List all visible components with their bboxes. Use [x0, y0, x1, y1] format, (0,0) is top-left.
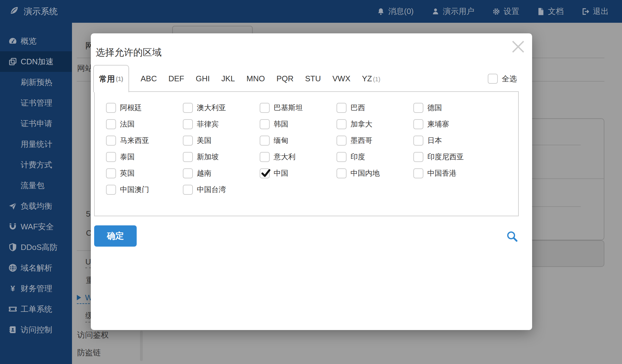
checkbox[interactable] — [337, 136, 347, 146]
checkbox[interactable] — [413, 168, 423, 178]
checkbox[interactable] — [337, 103, 347, 113]
checkbox[interactable] — [337, 168, 347, 178]
close-icon[interactable] — [509, 38, 527, 56]
sidebar-item-CDN加速[interactable]: CDN加速 — [0, 51, 72, 72]
region-item-韩国[interactable]: 韩国 — [260, 116, 337, 132]
checkbox[interactable] — [260, 136, 270, 146]
confirm-button[interactable]: 确定 — [94, 225, 137, 247]
region-item-中国台湾[interactable]: 中国台湾 — [183, 181, 260, 198]
sidebar-item-财务管理[interactable]: ¥财务管理 — [0, 278, 72, 299]
yen-icon: ¥ — [8, 284, 18, 293]
region-item-越南[interactable]: 越南 — [183, 165, 260, 181]
region-item-墨西哥[interactable]: 墨西哥 — [337, 132, 413, 149]
checkbox[interactable] — [106, 168, 116, 178]
sidebar-item-概览[interactable]: 概览 — [0, 31, 72, 51]
checkbox[interactable] — [106, 103, 116, 113]
sidebar-item-域名解析[interactable]: 域名解析 — [0, 258, 72, 278]
tab-ABC[interactable]: ABC — [141, 74, 157, 83]
checkbox[interactable] — [106, 152, 116, 162]
region-item-阿根廷[interactable]: 阿根廷 — [106, 99, 183, 116]
select-all-toggle[interactable]: 全选 — [488, 65, 517, 92]
sidebar-item-访问控制[interactable]: 访问控制 — [0, 319, 72, 340]
sidebar-item-label: 证书管理 — [21, 98, 52, 108]
region-item-马来西亚[interactable]: 马来西亚 — [106, 132, 183, 149]
navbar-item-1[interactable]: 演示用户 — [431, 6, 474, 17]
bell-icon — [377, 7, 385, 16]
checkbox[interactable] — [106, 185, 116, 195]
checkbox[interactable] — [413, 119, 423, 129]
region-item-印度[interactable]: 印度 — [337, 149, 413, 165]
region-item-加拿大[interactable]: 加拿大 — [337, 116, 413, 132]
checkbox[interactable] — [413, 136, 423, 146]
sidebar-item-用量统计[interactable]: 用量统计 — [0, 134, 72, 154]
region-item-法国[interactable]: 法国 — [106, 116, 183, 132]
checkbox[interactable] — [183, 168, 193, 178]
region-item-英国[interactable]: 英国 — [106, 165, 183, 181]
sidebar-item-刷新预热[interactable]: 刷新预热 — [0, 72, 72, 93]
tab-常用[interactable]: 常用(1) — [93, 65, 129, 92]
region-item-中国澳门[interactable]: 中国澳门 — [106, 181, 183, 198]
region-item-柬埔寨[interactable]: 柬埔寨 — [413, 116, 490, 132]
sidebar-item-label: 概览 — [21, 36, 36, 46]
sidebar-item-工单系统[interactable]: 工单系统 — [0, 299, 72, 319]
checkbox[interactable] — [337, 119, 347, 129]
region-item-意大利[interactable]: 意大利 — [260, 149, 337, 165]
navbar-item-2[interactable]: 设置 — [492, 6, 519, 17]
checkbox[interactable] — [183, 103, 193, 113]
region-item-澳大利亚[interactable]: 澳大利亚 — [183, 99, 260, 116]
checkbox[interactable] — [413, 103, 423, 113]
checkbox[interactable] — [183, 119, 193, 129]
navbar-item-3[interactable]: 文档 — [537, 6, 564, 17]
navbar-item-0[interactable]: 消息(0) — [377, 6, 414, 17]
checkbox[interactable] — [183, 185, 193, 195]
region-item-缅甸[interactable]: 缅甸 — [260, 132, 337, 149]
tab-VWX[interactable]: VWX — [333, 74, 350, 83]
region-item-中国[interactable]: 中国 — [260, 165, 337, 181]
select-all-checkbox[interactable] — [488, 74, 498, 84]
checkbox[interactable] — [260, 152, 270, 162]
checkbox[interactable] — [106, 136, 116, 146]
tab-PQR[interactable]: PQR — [276, 74, 293, 83]
sidebar-item-DDoS高防[interactable]: DDoS高防 — [0, 237, 72, 258]
checkbox[interactable] — [183, 152, 193, 162]
sidebar-item-证书管理[interactable]: 证书管理 — [0, 93, 72, 113]
sidebar-item-WAF安全[interactable]: WAF安全 — [0, 216, 72, 237]
tab-DEF[interactable]: DEF — [168, 74, 184, 83]
sidebar-item-负载均衡[interactable]: 负载均衡 — [0, 196, 72, 216]
region-item-中国香港[interactable]: 中国香港 — [413, 165, 490, 181]
region-item-日本[interactable]: 日本 — [413, 132, 490, 149]
checkbox[interactable] — [337, 152, 347, 162]
region-label: 英国 — [120, 168, 135, 178]
navbar-item-label: 设置 — [504, 6, 519, 17]
sidebar-nav: 概览CDN加速刷新预热证书管理证书申请用量统计计费方式流量包负载均衡WAF安全D… — [0, 23, 72, 364]
region-item-泰国[interactable]: 泰国 — [106, 149, 183, 165]
region-item-中国内地[interactable]: 中国内地 — [337, 165, 413, 181]
sidebar-item-流量包[interactable]: 流量包 — [0, 175, 72, 196]
sidebar-item-证书申请[interactable]: 证书申请 — [0, 113, 72, 134]
region-item-德国[interactable]: 德国 — [413, 99, 490, 116]
region-item-美国[interactable]: 美国 — [183, 132, 260, 149]
tab-YZ[interactable]: YZ(1) — [362, 74, 381, 83]
sidebar-item-计费方式[interactable]: 计费方式 — [0, 154, 72, 175]
region-item-印度尼西亚[interactable]: 印度尼西亚 — [413, 149, 490, 165]
tab-GHI[interactable]: GHI — [196, 74, 210, 83]
ticket-icon — [8, 305, 18, 314]
checkbox[interactable] — [260, 168, 270, 178]
region-item-巴西[interactable]: 巴西 — [337, 99, 413, 116]
region-item-菲律宾[interactable]: 菲律宾 — [183, 116, 260, 132]
checkbox[interactable] — [260, 119, 270, 129]
checkbox[interactable] — [413, 152, 423, 162]
checkbox[interactable] — [260, 103, 270, 113]
region-label: 阿根廷 — [120, 103, 142, 113]
search-icon[interactable] — [506, 231, 518, 243]
navbar-item-4[interactable]: 退出 — [581, 6, 609, 17]
dialog-title: 选择允许的区域 — [96, 46, 162, 59]
tab-MNO[interactable]: MNO — [247, 74, 265, 83]
tab-JKL[interactable]: JKL — [221, 74, 235, 83]
checkbox[interactable] — [106, 119, 116, 129]
tab-STU[interactable]: STU — [305, 74, 321, 83]
tab-label: DEF — [168, 74, 184, 83]
region-item-新加坡[interactable]: 新加坡 — [183, 149, 260, 165]
region-item-巴基斯坦[interactable]: 巴基斯坦 — [260, 99, 337, 116]
checkbox[interactable] — [183, 136, 193, 146]
